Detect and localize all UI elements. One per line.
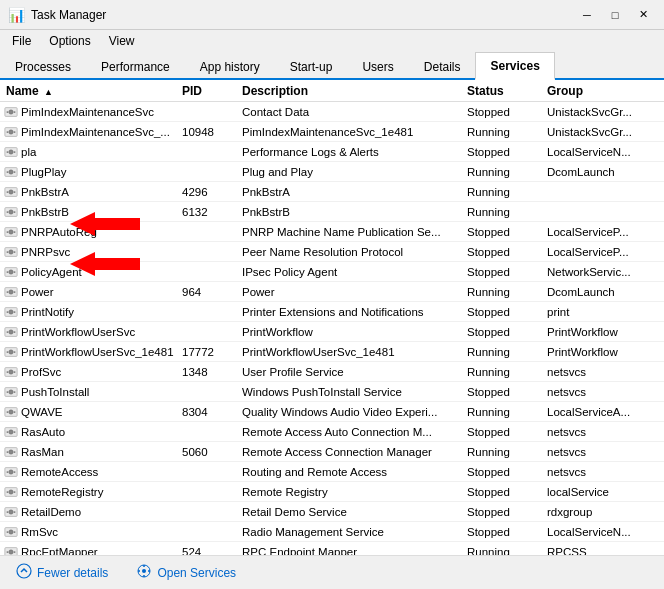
table-row[interactable]: PlugPlay Plug and Play Running DcomLaunc…: [0, 162, 664, 182]
table-row[interactable]: RasAuto Remote Access Auto Connection M.…: [0, 422, 664, 442]
table-body[interactable]: PimIndexMaintenanceSvc Contact Data Stop…: [0, 102, 664, 555]
svg-point-9: [9, 149, 13, 153]
minimize-button[interactable]: ─: [574, 5, 600, 25]
cell-status: Stopped: [467, 326, 547, 338]
cell-status: Stopped: [467, 506, 547, 518]
table-row[interactable]: Power 964 Power Running DcomLaunch: [0, 282, 664, 302]
service-icon: [4, 545, 18, 556]
cell-pid: 1348: [182, 366, 242, 378]
svg-rect-78: [7, 491, 9, 493]
cell-group: LocalServiceN...: [547, 526, 662, 538]
svg-rect-59: [14, 391, 16, 393]
table-row[interactable]: RasMan 5060 Remote Access Connection Man…: [0, 442, 664, 462]
cell-name: PnkBstrB: [2, 205, 182, 219]
main-container: Name ▲ PID Description Status Group PimI…: [0, 80, 664, 555]
col-header-pid[interactable]: PID: [182, 84, 242, 98]
cell-name: ProfSvc: [2, 365, 182, 379]
tab-details[interactable]: Details: [409, 52, 476, 80]
svg-rect-50: [7, 351, 9, 353]
service-icon: [4, 245, 18, 259]
tab-services[interactable]: Services: [475, 52, 554, 80]
cell-status: Running: [467, 406, 547, 418]
svg-rect-38: [7, 291, 9, 293]
close-button[interactable]: ✕: [630, 5, 656, 25]
cell-name: RpcEptMapper: [2, 545, 182, 556]
table-row[interactable]: PrintWorkflowUserSvc PrintWorkflow Stopp…: [0, 322, 664, 342]
title-bar: 📊 Task Manager ─ □ ✕: [0, 0, 664, 30]
cell-status: Running: [467, 126, 547, 138]
service-icon: [4, 485, 18, 499]
cell-status: Running: [467, 546, 547, 556]
cell-desc: Routing and Remote Access: [242, 466, 467, 478]
cell-group: netsvcs: [547, 386, 662, 398]
svg-rect-70: [7, 451, 9, 453]
table-row[interactable]: PNRPsvc Peer Name Resolution Protocol St…: [0, 242, 664, 262]
cell-name: PrintWorkflowUserSvc: [2, 325, 182, 339]
table-row[interactable]: PrintNotify Printer Extensions and Notif…: [0, 302, 664, 322]
cell-status: Running: [467, 206, 547, 218]
table-row[interactable]: PimIndexMaintenanceSvc Contact Data Stop…: [0, 102, 664, 122]
table-row[interactable]: RpcEptMapper 524 RPC Endpoint Mapper Run…: [0, 542, 664, 555]
table-row[interactable]: RmSvc Radio Management Service Stopped L…: [0, 522, 664, 542]
cell-desc: PnkBstrB: [242, 206, 467, 218]
cell-desc: Remote Access Auto Connection M...: [242, 426, 467, 438]
col-header-desc[interactable]: Description: [242, 84, 467, 98]
svg-rect-87: [14, 531, 16, 533]
col-header-group[interactable]: Group: [547, 84, 662, 98]
service-icon: [4, 205, 18, 219]
table-header: Name ▲ PID Description Status Group: [0, 80, 664, 102]
table-row[interactable]: RemoteRegistry Remote Registry Stopped l…: [0, 482, 664, 502]
cell-name: PlugPlay: [2, 165, 182, 179]
table-row[interactable]: RetailDemo Retail Demo Service Stopped r…: [0, 502, 664, 522]
svg-rect-54: [7, 371, 9, 373]
service-icon: [4, 165, 18, 179]
svg-rect-31: [14, 251, 16, 253]
table-row[interactable]: PrintWorkflowUserSvc_1e481 17772 PrintWo…: [0, 342, 664, 362]
col-header-status[interactable]: Status: [467, 84, 547, 98]
table-row[interactable]: PNRPAutoReg PNRP Machine Name Publicatio…: [0, 222, 664, 242]
table-row[interactable]: PnkBstrA 4296 PnkBstrA Running: [0, 182, 664, 202]
cell-desc: IPsec Policy Agent: [242, 266, 467, 278]
table-row[interactable]: PnkBstrB 6132 PnkBstrB Running: [0, 202, 664, 222]
table-row[interactable]: QWAVE 8304 Quality Windows Audio Video E…: [0, 402, 664, 422]
cell-group: netsvcs: [547, 426, 662, 438]
cell-desc: Remote Registry: [242, 486, 467, 498]
cell-group: PrintWorkflow: [547, 326, 662, 338]
cell-status: Running: [467, 186, 547, 198]
menu-view[interactable]: View: [101, 32, 143, 50]
table-row[interactable]: RemoteAccess Routing and Remote Access S…: [0, 462, 664, 482]
table-row[interactable]: PolicyAgent IPsec Policy Agent Stopped N…: [0, 262, 664, 282]
tab-users[interactable]: Users: [347, 52, 408, 80]
service-icon: [4, 185, 18, 199]
svg-point-25: [9, 229, 13, 233]
table-row[interactable]: pla Performance Logs & Alerts Stopped Lo…: [0, 142, 664, 162]
svg-rect-6: [7, 131, 9, 133]
svg-rect-18: [7, 191, 9, 193]
cell-name: PnkBstrA: [2, 185, 182, 199]
cell-status: Stopped: [467, 106, 547, 118]
fewer-details-button[interactable]: Fewer details: [10, 560, 114, 585]
maximize-button[interactable]: □: [602, 5, 628, 25]
tab-processes[interactable]: Processes: [0, 52, 86, 80]
table-row[interactable]: ProfSvc 1348 User Profile Service Runnin…: [0, 362, 664, 382]
cell-group: localService: [547, 486, 662, 498]
svg-point-53: [9, 369, 13, 373]
tab-startup[interactable]: Start-up: [275, 52, 348, 80]
table-row[interactable]: PushToInstall Windows PushToInstall Serv…: [0, 382, 664, 402]
cell-desc: Power: [242, 286, 467, 298]
open-services-label: Open Services: [157, 566, 236, 580]
svg-rect-26: [7, 231, 9, 233]
svg-point-94: [17, 564, 31, 578]
col-header-name[interactable]: Name ▲: [2, 84, 182, 98]
open-services-button[interactable]: Open Services: [130, 560, 242, 585]
service-icon: [4, 385, 18, 399]
tab-app-history[interactable]: App history: [185, 52, 275, 80]
menu-options[interactable]: Options: [41, 32, 98, 50]
svg-point-37: [9, 289, 13, 293]
table-row[interactable]: PimIndexMaintenanceSvc_... 10948 PimInde…: [0, 122, 664, 142]
cell-status: Stopped: [467, 426, 547, 438]
tab-performance[interactable]: Performance: [86, 52, 185, 80]
cell-name: RemoteAccess: [2, 465, 182, 479]
cell-name: PolicyAgent: [2, 265, 182, 279]
menu-file[interactable]: File: [4, 32, 39, 50]
